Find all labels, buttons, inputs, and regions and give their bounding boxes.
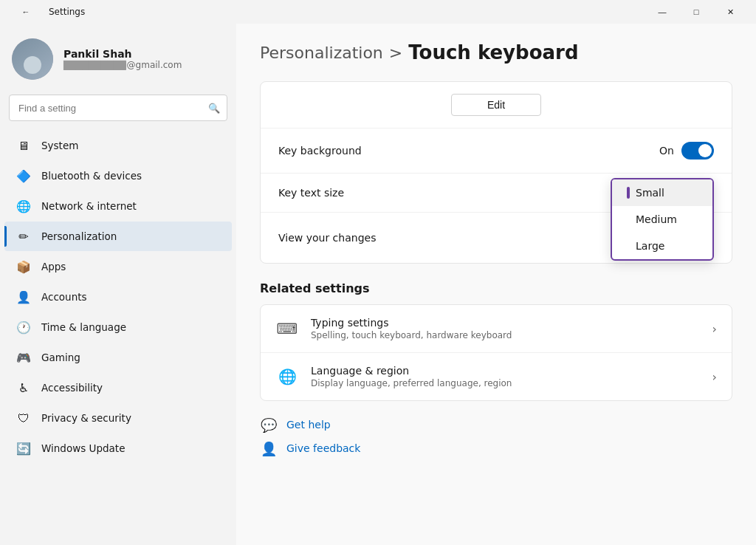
sidebar-item-personalization[interactable]: ✏ Personalization [4, 222, 232, 251]
footer-links: 💬 Get help 👤 Give feedback [260, 416, 732, 457]
bluetooth-icon: 🔷 [16, 168, 31, 183]
language-title: Language & region [311, 365, 701, 377]
sidebar-item-bluetooth[interactable]: 🔷 Bluetooth & devices [4, 161, 232, 191]
key-text-size-row: Key text size Small Medium L [261, 173, 732, 212]
chevron-right-icon: › [712, 322, 717, 336]
dropdown-item-large[interactable]: Large [612, 233, 712, 259]
sidebar-item-label: Privacy & security [41, 412, 131, 424]
accounts-icon: 👤 [16, 289, 31, 304]
time-icon: 🕐 [16, 320, 31, 335]
user-section: Pankil Shah ██████████@gmail.com [0, 24, 236, 92]
get-help-link[interactable]: 💬 Get help [260, 416, 732, 433]
language-desc: Display language, preferred language, re… [311, 378, 701, 388]
related-settings-card: ⌨ Typing settings Spelling, touch keyboa… [260, 304, 732, 401]
search-box: 🔍 [9, 95, 227, 121]
view-changes-label: View your changes [278, 232, 376, 244]
sidebar-item-privacy[interactable]: 🛡 Privacy & security [4, 403, 232, 433]
maximize-button[interactable]: □ [679, 0, 713, 24]
personalization-icon: ✏ [16, 229, 31, 244]
sidebar-item-system[interactable]: 🖥 System [4, 131, 232, 160]
titlebar-left: ← Settings [9, 0, 85, 24]
privacy-icon: 🛡 [16, 411, 31, 425]
close-button[interactable]: ✕ [713, 0, 747, 24]
sidebar-item-accessibility[interactable]: ♿ Accessibility [4, 373, 232, 402]
key-text-size-dropdown[interactable]: Small Medium Large [611, 178, 714, 261]
accessibility-icon: ♿ [16, 380, 31, 395]
typing-icon: ⌨ [275, 317, 299, 340]
sidebar-item-label: Personalization [41, 230, 117, 242]
language-text: Language & region Display language, pref… [311, 365, 701, 388]
chevron-right-icon: › [712, 370, 717, 384]
user-email: ██████████@gmail.com [63, 60, 224, 70]
key-text-size-label: Key text size [278, 187, 344, 199]
typing-desc: Spelling, touch keyboard, hardware keybo… [311, 330, 701, 340]
app-container: Pankil Shah ██████████@gmail.com 🔍 🖥 Sys… [0, 24, 756, 545]
sidebar-item-update[interactable]: 🔄 Windows Update [4, 433, 232, 463]
breadcrumb-current: Touch keyboard [408, 41, 578, 64]
search-icon: 🔍 [208, 103, 220, 114]
related-settings-title: Related settings [260, 281, 732, 295]
apps-icon: 📦 [16, 259, 31, 274]
key-background-control: On [659, 142, 714, 160]
breadcrumb-parent: Personalization [260, 44, 383, 62]
typing-title: Typing settings [311, 317, 701, 329]
key-background-toggle[interactable] [681, 142, 714, 160]
language-icon: 🌐 [275, 365, 299, 388]
update-icon: 🔄 [16, 441, 31, 456]
dropdown-item-medium[interactable]: Medium [612, 206, 712, 233]
back-button[interactable]: ← [9, 0, 43, 24]
typing-settings-row[interactable]: ⌨ Typing settings Spelling, touch keyboa… [261, 305, 732, 353]
sidebar-item-label: Network & internet [41, 200, 137, 212]
typing-text: Typing settings Spelling, touch keyboard… [311, 317, 701, 340]
key-background-label: Key background [278, 145, 362, 157]
dropdown-item-small[interactable]: Small [612, 179, 712, 206]
sidebar-item-label: System [41, 140, 78, 151]
get-help-icon: 💬 [260, 416, 278, 433]
sidebar-item-gaming[interactable]: 🎮 Gaming [4, 343, 232, 372]
sidebar-item-apps[interactable]: 📦 Apps [4, 252, 232, 281]
key-background-row: Key background On [261, 128, 732, 173]
user-name: Pankil Shah [63, 48, 224, 60]
sidebar: Pankil Shah ██████████@gmail.com 🔍 🖥 Sys… [0, 24, 236, 545]
edit-row: Edit [261, 82, 732, 128]
breadcrumb-separator: > [389, 44, 402, 62]
avatar [12, 38, 53, 80]
network-icon: 🌐 [16, 199, 31, 213]
breadcrumb: Personalization > Touch keyboard [260, 41, 732, 64]
user-info: Pankil Shah ██████████@gmail.com [63, 48, 224, 70]
sidebar-item-time[interactable]: 🕐 Time & language [4, 312, 232, 342]
edit-button[interactable]: Edit [451, 94, 541, 116]
sidebar-item-label: Time & language [41, 321, 126, 333]
search-input[interactable] [9, 95, 227, 121]
sidebar-item-label: Bluetooth & devices [41, 170, 142, 182]
nav-list: 🖥 System 🔷 Bluetooth & devices 🌐 Network… [0, 130, 236, 536]
give-feedback-icon: 👤 [260, 439, 278, 457]
minimize-button[interactable]: — [645, 0, 679, 24]
gaming-icon: 🎮 [16, 350, 31, 365]
on-label: On [659, 145, 674, 157]
sidebar-item-label: Accounts [41, 291, 87, 303]
sidebar-item-accounts[interactable]: 👤 Accounts [4, 282, 232, 312]
system-icon: 🖥 [16, 138, 31, 153]
email-blur: ██████████ [63, 61, 126, 70]
titlebar: ← Settings — □ ✕ [0, 0, 756, 24]
sidebar-item-network[interactable]: 🌐 Network & internet [4, 191, 232, 221]
language-settings-row[interactable]: 🌐 Language & region Display language, pr… [261, 353, 732, 400]
sidebar-item-label: Accessibility [41, 382, 103, 394]
sidebar-item-label: Apps [41, 261, 66, 272]
sidebar-item-label: Windows Update [41, 442, 125, 454]
titlebar-controls: — □ ✕ [645, 0, 747, 24]
selected-indicator [627, 187, 630, 199]
main-content: Personalization > Touch keyboard Edit Ke… [236, 24, 756, 545]
give-feedback-link[interactable]: 👤 Give feedback [260, 439, 732, 457]
sidebar-item-label: Gaming [41, 352, 80, 363]
avatar-image [12, 38, 53, 80]
main-settings-card: Edit Key background On Key text size Sm [260, 81, 732, 264]
titlebar-title: Settings [49, 7, 85, 17]
